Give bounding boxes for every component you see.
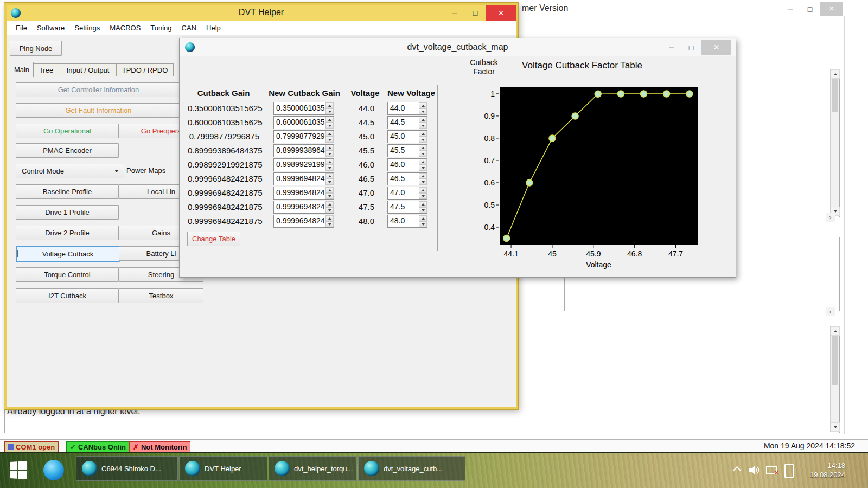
spin-down-button[interactable] (326, 151, 334, 157)
ping-node-button[interactable]: Ping Node (10, 41, 62, 56)
spin-up-button[interactable] (419, 173, 427, 179)
spin-up-button[interactable] (326, 201, 334, 207)
spin-down-button[interactable] (326, 179, 334, 185)
spin-down-button[interactable] (419, 207, 427, 213)
spin-up-button[interactable] (419, 131, 427, 137)
dialog-maximize-button[interactable]: □ (682, 41, 700, 54)
drive-1-profile-button[interactable]: Drive 1 Profile (16, 205, 119, 220)
maximize-button[interactable]: □ (465, 7, 485, 20)
new-cutback-gain-input[interactable]: 0.7999877929 (274, 131, 326, 143)
spin-down-button[interactable] (326, 108, 334, 114)
network-error-icon[interactable]: × (766, 466, 777, 474)
new-voltage-input[interactable]: 46.5 (388, 173, 419, 185)
spin-up-button[interactable] (326, 173, 334, 179)
torque-control-button[interactable]: Torque Control (16, 267, 119, 282)
spin-down-button[interactable] (326, 221, 334, 227)
spin-up-button[interactable] (326, 145, 334, 151)
tab-tree[interactable]: Tree (33, 63, 60, 77)
tab-main[interactable]: Main (10, 62, 34, 77)
dialog-titlebar[interactable]: dvt_voltage_cutback_map ─ □ × (180, 38, 736, 56)
menu-settings[interactable]: Settings (69, 21, 105, 35)
background-minimize-button[interactable]: ─ (781, 3, 800, 16)
taskbar-item-voltage-cutback[interactable]: dvt_voltage_cutb... (358, 456, 465, 481)
tray-clock[interactable]: 14:18 19.08.2024 (802, 461, 845, 479)
spin-down-button[interactable] (326, 165, 334, 171)
spin-up-button[interactable] (326, 215, 334, 221)
new-cutback-gain-input[interactable]: 0.9999694824 (274, 173, 326, 185)
panel-middle-expand-button[interactable]: › (826, 307, 835, 316)
minimize-button[interactable]: ─ (445, 7, 464, 20)
scroll-thumb[interactable] (832, 79, 838, 112)
new-voltage-input[interactable]: 45.0 (388, 131, 419, 143)
menu-macros[interactable]: MACROS (105, 21, 145, 35)
get-controller-information-button[interactable]: Get Controller Information (16, 82, 181, 97)
new-cutback-gain-input[interactable]: 0.9999694824 (274, 215, 326, 227)
tray-expand-button[interactable] (731, 465, 742, 476)
spin-down-button[interactable] (419, 108, 427, 114)
spin-up-button[interactable] (326, 187, 334, 193)
new-voltage-input[interactable]: 45.5 (388, 145, 419, 157)
spin-down-button[interactable] (419, 193, 427, 199)
new-voltage-input[interactable]: 47.5 (388, 201, 419, 213)
spin-down-button[interactable] (419, 221, 427, 227)
new-voltage-input[interactable]: 44.5 (388, 117, 419, 129)
new-cutback-gain-input[interactable]: 0.8999938964 (274, 145, 326, 157)
dialog-minimize-button[interactable]: ─ (662, 41, 681, 54)
i2t-cutback-button[interactable]: I2T Cutback (16, 288, 119, 303)
get-fault-information-button[interactable]: Get Fault Information (16, 103, 181, 118)
spin-up-button[interactable] (419, 215, 427, 221)
drive-2-profile-button[interactable]: Drive 2 Profile (16, 226, 119, 240)
new-voltage-input[interactable]: 47.0 (388, 187, 419, 199)
testbox-button[interactable]: Testbox (119, 288, 203, 303)
spin-down-button[interactable] (419, 137, 427, 143)
new-voltage-input[interactable]: 48.0 (388, 215, 419, 227)
new-cutback-gain-input[interactable]: 0.9999694824 (274, 201, 326, 213)
panel-top-expand-button[interactable]: › (826, 213, 835, 222)
menu-tuning[interactable]: Tuning (145, 21, 176, 35)
spin-up-button[interactable] (419, 102, 427, 108)
volume-icon[interactable] (749, 465, 761, 478)
spin-down-button[interactable] (419, 179, 427, 185)
tab-tpdo-rpdo[interactable]: TPDO / RPDO (116, 63, 174, 77)
change-table-button[interactable]: Change Table (187, 232, 240, 246)
new-cutback-gain-input[interactable]: 0.6000061035 (274, 117, 326, 129)
scroll-down-arrow[interactable] (831, 422, 840, 432)
taskbar-item-c6944[interactable]: C6944 Shiroko D... (76, 456, 178, 481)
scroll-thumb[interactable] (832, 336, 838, 385)
scroll-up-arrow[interactable] (831, 326, 840, 336)
spin-down-button[interactable] (326, 207, 334, 213)
menu-help[interactable]: Help (201, 21, 226, 35)
spin-down-button[interactable] (419, 123, 427, 129)
start-button[interactable] (5, 459, 30, 481)
spin-down-button[interactable] (419, 151, 427, 157)
spin-up-button[interactable] (419, 201, 427, 207)
new-cutback-gain-input[interactable]: 0.9999694824 (274, 187, 326, 199)
dvt-helper-titlebar[interactable]: DVT Helper ─ □ × (7, 5, 516, 21)
taskbar-item-dvt-helper[interactable]: DVT Helper (179, 456, 267, 481)
spin-up-button[interactable] (419, 187, 427, 193)
spin-up-button[interactable] (419, 145, 427, 151)
spin-up-button[interactable] (419, 117, 427, 123)
panel-top-scrollbar[interactable] (830, 69, 839, 216)
spin-up-button[interactable] (326, 131, 334, 137)
go-operational-button[interactable]: Go Operational (16, 124, 119, 138)
new-voltage-input[interactable]: 46.0 (388, 159, 419, 171)
edge-browser-icon[interactable] (43, 460, 64, 480)
background-maximize-button[interactable]: □ (801, 3, 819, 16)
taskbar-item-torque-map[interactable]: dvt_helper_torqu... (269, 456, 357, 481)
menu-software[interactable]: Software (32, 21, 69, 35)
spin-up-button[interactable] (419, 159, 427, 165)
spin-down-button[interactable] (326, 137, 334, 143)
spin-up-button[interactable] (326, 159, 334, 165)
baseline-profile-button[interactable]: Baseline Profile (16, 184, 119, 199)
new-voltage-input[interactable]: 44.0 (388, 102, 419, 114)
menu-can[interactable]: CAN (177, 21, 201, 35)
spin-up-button[interactable] (326, 117, 334, 123)
spin-down-button[interactable] (419, 165, 427, 171)
voltage-cutback-button[interactable]: Voltage Cutback (16, 246, 120, 262)
log-scrollbar[interactable] (830, 326, 839, 432)
pmac-encoder-button[interactable]: PMAC Encoder (16, 143, 119, 158)
spin-down-button[interactable] (326, 193, 334, 199)
background-close-button[interactable]: × (820, 2, 843, 16)
control-mode-dropdown[interactable]: Control Mode (16, 164, 124, 178)
